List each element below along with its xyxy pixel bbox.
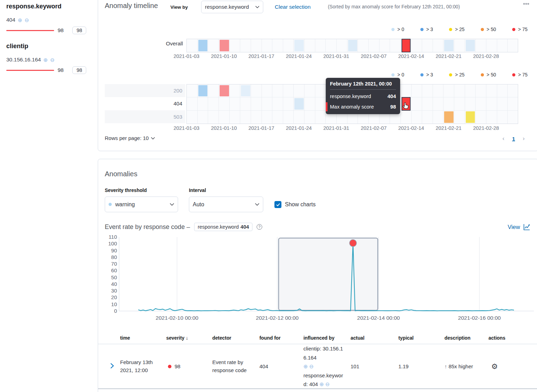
- y-tick-label: 60: [111, 267, 117, 273]
- view-by-select[interactable]: response.keyword: [201, 1, 263, 13]
- show-charts-checkbox[interactable]: [274, 201, 281, 208]
- swimlane-cell[interactable]: [294, 98, 304, 109]
- expand-row-icon[interactable]: [109, 362, 116, 369]
- cell-detector: Event rate by response code: [212, 358, 250, 374]
- cell-typical: 1.19: [398, 363, 444, 369]
- clear-selection-link[interactable]: Clear selection: [275, 4, 311, 10]
- column-header-actions[interactable]: actions: [488, 335, 537, 341]
- panel-options-icon[interactable]: [523, 3, 529, 5]
- legend-item: > 3: [420, 27, 433, 32]
- view-by-label: View by: [170, 5, 188, 10]
- severity-threshold-select[interactable]: warning: [105, 197, 178, 212]
- axis-tick-label: 2021-02-21: [436, 53, 462, 59]
- column-header-found-for[interactable]: found for: [259, 335, 303, 341]
- chevron-down-icon: [255, 6, 259, 8]
- next-page-icon[interactable]: ›: [523, 135, 525, 142]
- column-header-time[interactable]: time: [120, 335, 166, 341]
- help-icon[interactable]: ?: [257, 224, 262, 230]
- swimlane-cell[interactable]: [466, 40, 475, 51]
- swimlane-cell[interactable]: [220, 85, 229, 96]
- legend-dot: [420, 28, 424, 31]
- axis-tick-label: 2021-01-24: [286, 53, 312, 59]
- influencers-sidebar: response.keyword 404 ⊕ ⊖ 98 98 clientip …: [0, 0, 93, 392]
- swimlane-cell[interactable]: [466, 111, 475, 123]
- severity-legend: > 0> 3> 25> 50> 75: [391, 27, 528, 32]
- swimlane-cell[interactable]: [444, 111, 454, 123]
- add-filter-icon[interactable]: ⊕: [18, 17, 22, 23]
- swimlane-cell[interactable]: [220, 40, 229, 51]
- legend-dot: [481, 28, 484, 31]
- add-filter-icon[interactable]: ⊕: [303, 363, 308, 369]
- swimlane-cell[interactable]: [348, 40, 358, 51]
- swimlane-row-label[interactable]: 503: [105, 110, 185, 123]
- cursor-pointer-icon: [403, 102, 409, 109]
- column-header-detector[interactable]: detector: [212, 335, 259, 341]
- actions-gear-icon[interactable]: ⚙: [491, 362, 498, 370]
- column-header-typical[interactable]: typical: [398, 335, 444, 341]
- swimlane-cell-selected[interactable]: [402, 39, 411, 52]
- add-filter-icon[interactable]: ⊕: [43, 57, 48, 62]
- time-selection-box[interactable]: [279, 238, 378, 310]
- swimlane-tooltip: February 12th 2021, 00:00 response.keywo…: [326, 78, 400, 114]
- legend-dot: [449, 73, 452, 76]
- remove-filter-icon[interactable]: ⊖: [325, 381, 330, 387]
- column-header-actual[interactable]: actual: [351, 335, 398, 341]
- swimlane-cell[interactable]: [198, 85, 208, 96]
- axis-tick-label: 2021-01-03: [174, 53, 199, 59]
- x-tick-label: 2021-02-16 00:00: [458, 315, 501, 321]
- overall-swimlane[interactable]: [186, 39, 518, 52]
- legend-item: > 75: [512, 27, 528, 32]
- prev-page-icon[interactable]: ‹: [502, 135, 505, 142]
- cell-time: February 13th 2021, 12:00: [120, 358, 158, 374]
- remove-filter-icon[interactable]: ⊖: [50, 57, 55, 62]
- overall-lane-label: Overall: [160, 40, 183, 47]
- swimlane-row-label[interactable]: 404: [105, 97, 185, 110]
- axis-tick-label: 2021-01-31: [323, 53, 349, 59]
- event-rate-chart[interactable]: 11010090807060504030201002021-02-10 00:0…: [105, 232, 537, 325]
- axis-tick-label: 2021-01-17: [248, 53, 274, 59]
- chevron-down-icon: [255, 203, 259, 206]
- severity-threshold-label: Severity threshold: [105, 188, 147, 193]
- swimlane-row-label[interactable]: 200: [105, 84, 185, 97]
- add-filter-icon[interactable]: ⊕: [319, 381, 324, 387]
- remove-filter-icon[interactable]: ⊖: [309, 363, 314, 369]
- column-header-severity[interactable]: severity ↓: [166, 335, 212, 341]
- legend-item: > 75: [512, 72, 528, 77]
- remove-filter-icon[interactable]: ⊖: [24, 17, 29, 23]
- axis-tick-label: 2021-02-28: [473, 53, 499, 59]
- y-tick-label: 70: [111, 261, 117, 267]
- swimlane-cell[interactable]: [294, 40, 304, 51]
- legend-item: > 0: [391, 72, 404, 77]
- legend-label: > 25: [455, 27, 464, 32]
- influencer-value: 30.156.16.164: [6, 57, 41, 63]
- swimlane-cell[interactable]: [198, 40, 208, 51]
- anomaly-marker-dot[interactable]: [350, 239, 356, 246]
- anomaly-score: 98: [58, 27, 64, 34]
- y-tick-label: 50: [111, 274, 117, 280]
- cell-found-for: 404: [259, 363, 303, 369]
- row-divider: [98, 388, 537, 389]
- swimlane-cell[interactable]: [241, 85, 250, 96]
- tooltip-field: Max anomaly score: [330, 104, 374, 110]
- tooltip-title: February 12th 2021, 00:00: [330, 81, 396, 90]
- severity-threshold-value: warning: [115, 201, 170, 208]
- column-header-description[interactable]: description: [444, 335, 488, 341]
- cell-influenced-by: clientip: 30.156.16.164 ⊕ ⊖ response.key…: [303, 344, 347, 389]
- axis-tick-label: 2021-01-31: [323, 125, 349, 131]
- chevron-down-icon: [170, 203, 174, 206]
- axis-tick-label: 2021-01-24: [286, 125, 312, 131]
- chart-line-icon[interactable]: [523, 223, 530, 231]
- swimlane-cell[interactable]: [444, 40, 454, 51]
- axis-tick-label: 2021-02-07: [361, 125, 387, 131]
- anomalies-table-row[interactable]: February 13th 2021, 12:00 98 Event rate …: [98, 344, 537, 388]
- column-header-influenced-by[interactable]: influenced by: [303, 335, 351, 341]
- legend-dot: [449, 28, 452, 31]
- rows-per-page-button[interactable]: Rows per page: 10: [105, 135, 155, 141]
- influencer-field-title: response.keyword: [6, 3, 86, 10]
- interval-select[interactable]: Auto: [189, 197, 263, 212]
- legend-label: > 3: [426, 27, 433, 32]
- page-number[interactable]: 1: [512, 136, 515, 142]
- view-link[interactable]: View: [508, 224, 520, 230]
- chart-filter-badge[interactable]: response.keyword 404: [194, 223, 252, 231]
- y-tick-label: 40: [111, 281, 117, 287]
